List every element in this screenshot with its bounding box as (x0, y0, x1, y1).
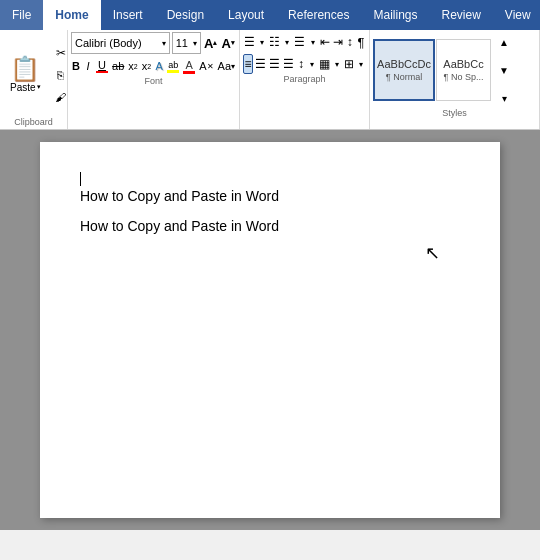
font-name-row: Calibri (Body) ▾ 11 ▾ A▴ A▾ (71, 32, 236, 54)
font-name-value: Calibri (Body) (75, 37, 142, 49)
paste-label: Paste (10, 82, 36, 93)
justify-button[interactable]: ☰ (282, 54, 295, 74)
shading-arrow[interactable]: ▾ (332, 54, 342, 74)
format-painter-icon: 🖌 (55, 91, 66, 103)
style-normal[interactable]: AaBbCcDc ¶ Normal (373, 39, 435, 101)
tab-review[interactable]: Review (429, 0, 492, 30)
change-case-button[interactable]: Aa▾ (217, 56, 236, 76)
italic-button[interactable]: I (83, 56, 93, 76)
decrease-indent-button[interactable]: ⇤ (319, 32, 331, 52)
align-center-button[interactable]: ☰ (254, 54, 267, 74)
style-nospace-label: ¶ No Sp... (444, 72, 484, 82)
font-format-row: B I U ab x2 x2 A ab A (71, 56, 236, 76)
page: How to Copy and Paste in Word How to Cop… (40, 142, 500, 518)
font-label: Font (71, 76, 236, 88)
borders-arrow[interactable]: ▾ (356, 54, 366, 74)
styles-down-button[interactable]: ▼ (494, 60, 514, 80)
bullets-arrow[interactable]: ▾ (257, 32, 267, 52)
superscript-button[interactable]: x2 (141, 56, 152, 76)
shading-button[interactable]: ▦ (318, 54, 331, 74)
tab-mailings[interactable]: Mailings (361, 0, 429, 30)
align-left-button[interactable]: ≡ (243, 54, 253, 74)
paste-button[interactable]: 📋 Paste ▾ (3, 43, 48, 107)
paragraph-row1: ☰ ▾ ☷ ▾ ☰ ▾ ⇤ ⇥ ↕ ¶ (243, 32, 366, 52)
numbered-arrow[interactable]: ▾ (282, 32, 292, 52)
font-controls: Calibri (Body) ▾ 11 ▾ A▴ A▾ B I U ab (71, 32, 236, 76)
highlight-icon: ab (167, 60, 179, 73)
paragraph-row2: ≡ ☰ ☰ ☰ ↕ ▾ ▦ ▾ ⊞ ▾ (243, 54, 366, 74)
show-marks-button[interactable]: ¶ (356, 32, 366, 52)
style-normal-label: ¶ Normal (386, 72, 422, 82)
document-line-1[interactable]: How to Copy and Paste in Word (80, 188, 460, 204)
tab-design[interactable]: Design (155, 0, 216, 30)
bullets-button[interactable]: ☰ (243, 32, 256, 52)
ribbon-tabs: File Home Insert Design Layout Reference… (0, 0, 540, 30)
bold-button[interactable]: B (71, 56, 81, 76)
borders-button[interactable]: ⊞ (343, 54, 355, 74)
styles-group: AaBbCcDc ¶ Normal AaBbCc ¶ No Sp... ▲ ▼ … (370, 30, 540, 129)
tab-file[interactable]: File (0, 0, 43, 30)
tab-home[interactable]: Home (43, 0, 100, 30)
font-size-value: 11 (176, 37, 188, 49)
numbered-button[interactable]: ☷ (268, 32, 281, 52)
align-right-button[interactable]: ☰ (268, 54, 281, 74)
tab-insert[interactable]: Insert (101, 0, 155, 30)
multilevel-button[interactable]: ☰ (293, 32, 306, 52)
document-area: How to Copy and Paste in Word How to Cop… (0, 130, 540, 530)
style-nospace-preview: AaBbCc (443, 58, 483, 70)
sort-button[interactable]: ↕ (345, 32, 355, 52)
underline-label: U (98, 59, 106, 71)
line-spacing-button[interactable]: ↕ (296, 54, 306, 74)
clipboard-buttons: 📋 Paste ▾ ✂ ⎘ 🖌 (3, 43, 72, 107)
styles-content: AaBbCcDc ¶ Normal AaBbCc ¶ No Sp... ▲ ▼ … (373, 32, 536, 108)
paragraph-label: Paragraph (243, 74, 366, 86)
font-group: Calibri (Body) ▾ 11 ▾ A▴ A▾ B I U ab (68, 30, 240, 129)
clear-format-button[interactable]: A✕ (198, 56, 214, 76)
clipboard-group: 📋 Paste ▾ ✂ ⎘ 🖌 (0, 30, 68, 129)
text-effects-button[interactable]: A (154, 56, 164, 76)
text-cursor (80, 172, 81, 186)
document-line-2[interactable]: How to Copy and Paste in Word (80, 218, 460, 234)
subscript-button[interactable]: x2 (127, 56, 138, 76)
copy-icon: ⎘ (57, 69, 64, 81)
font-name-arrow: ▾ (162, 39, 166, 48)
multilevel-arrow[interactable]: ▾ (307, 32, 317, 52)
font-color-button[interactable]: A (182, 56, 196, 76)
tab-view[interactable]: View (493, 0, 540, 30)
paragraph-controls: ☰ ▾ ☷ ▾ ☰ ▾ ⇤ ⇥ ↕ ¶ ≡ ☰ ☰ ☰ ↕ ▾ ▦ ▾ (243, 32, 366, 74)
style-no-spacing[interactable]: AaBbCc ¶ No Sp... (436, 39, 491, 101)
paste-icon: 📋 (10, 57, 40, 81)
clipboard-label: Clipboard (3, 117, 64, 129)
ribbon-body: 📋 Paste ▾ ✂ ⎘ 🖌 (0, 30, 540, 130)
decrease-font-button[interactable]: A▾ (220, 33, 236, 53)
increase-indent-button[interactable]: ⇥ (332, 32, 344, 52)
font-size-arrow: ▾ (193, 39, 197, 48)
highlight-button[interactable]: ab (166, 56, 180, 76)
paragraph-group: ☰ ▾ ☷ ▾ ☰ ▾ ⇤ ⇥ ↕ ¶ ≡ ☰ ☰ ☰ ↕ ▾ ▦ ▾ (240, 30, 370, 129)
paste-dropdown-arrow[interactable]: ▾ (37, 83, 41, 91)
cut-icon: ✂ (56, 46, 66, 60)
clipboard-content: 📋 Paste ▾ ✂ ⎘ 🖌 (3, 32, 64, 117)
font-size-select[interactable]: 11 ▾ (172, 32, 201, 54)
styles-up-button[interactable]: ▲ (494, 32, 514, 52)
tab-references[interactable]: References (276, 0, 361, 30)
styles-label: Styles (373, 108, 536, 120)
underline-bar (96, 71, 108, 73)
styles-nav: ▲ ▼ ▾ (494, 32, 514, 108)
underline-button[interactable]: U (95, 56, 109, 76)
mouse-cursor: ↖ (425, 242, 440, 264)
font-name-select[interactable]: Calibri (Body) ▾ (71, 32, 170, 54)
style-normal-preview: AaBbCcDc (377, 58, 431, 70)
font-color-icon: A (183, 59, 195, 74)
line-spacing-arrow[interactable]: ▾ (307, 54, 317, 74)
styles-more-button[interactable]: ▾ (494, 88, 514, 108)
strikethrough-button[interactable]: ab (111, 56, 125, 76)
increase-font-button[interactable]: A▴ (203, 33, 219, 53)
tab-layout[interactable]: Layout (216, 0, 276, 30)
